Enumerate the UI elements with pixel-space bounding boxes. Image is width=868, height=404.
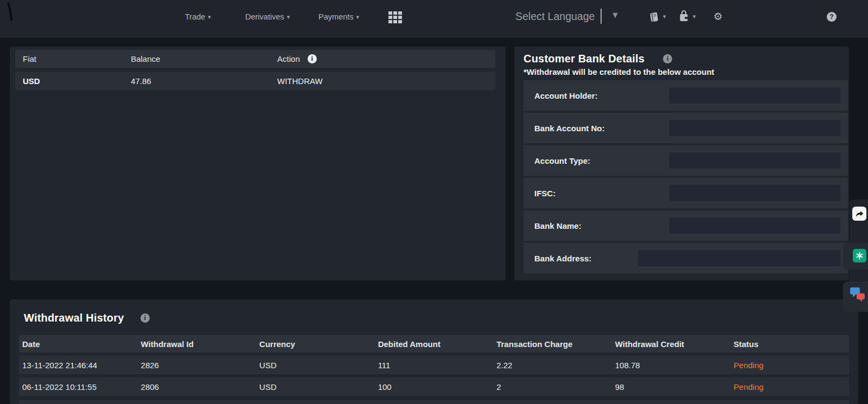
divider [601,9,602,24]
section-title: Withdrawal History [24,312,124,324]
nav-item-label: Derivatives [245,12,284,21]
wallet-lock-icon[interactable] [678,9,690,23]
page-title: Customer Bank Details [524,53,644,65]
fiat-balance-panel: Fiat Balance Action i USD 47.86 WITHDRAW [10,47,506,280]
table-row: 06-11-2022 10:11:55 2806 USD 100 2 98 Pe… [19,377,849,396]
currency-cell: USD [256,382,375,392]
info-icon[interactable]: i [141,313,150,323]
date-cell: 06-11-2022 10:11:55 [19,382,138,392]
history-table-header: Date Withdrawal Id Currency Debited Amou… [19,335,849,352]
field-bank-name: Bank Name: [524,210,848,241]
field-bank-account-no: Bank Account No: [524,113,848,143]
chevron-down-icon[interactable]: ▾ [663,14,666,20]
debited-amount-cell: 100 [375,382,494,392]
chevron-down-icon: ▾ [208,14,211,20]
field-label: Bank Name: [534,221,582,230]
table-row: USD 47.86 WITHDRAW [15,72,495,90]
col-header-status: Status [730,339,849,349]
orders-book-icon[interactable] [648,11,660,23]
fiat-currency-cell: USD [15,76,123,86]
account-holder-value [669,87,840,104]
gear-icon[interactable]: ⚙ [713,10,723,23]
withdrawal-history-table: Date Withdrawal Id Currency Debited Amou… [19,335,849,396]
chevron-down-icon[interactable]: ▾ [693,14,696,20]
col-header-withdrawal-credit: Withdrawal Credit [612,339,731,349]
chevron-down-icon: ▾ [356,14,359,20]
col-header-debited-amount: Debited Amount [375,339,494,349]
field-label: Account Holder: [534,91,598,100]
withdrawal-credit-cell: 108.78 [612,361,731,370]
logo-mark [5,2,15,24]
nav-item-label: Trade [185,12,205,21]
field-label: Account Type: [534,156,590,165]
status-badge: Pending [730,361,849,370]
field-ifsc: IFSC: [524,178,848,208]
withdrawal-credit-note: *Withdrawal will be credited to the belo… [524,67,848,76]
fiat-table: Fiat Balance Action i USD 47.86 WITHDRAW [15,50,495,90]
nav-item-payments[interactable]: Payments ▾ [318,12,359,21]
withdraw-button[interactable]: WITHDRAW [277,76,323,86]
status-badge: Pending [730,382,849,392]
chatgpt-icon[interactable] [853,249,866,262]
col-header-withdrawal-id: Withdrawal Id [138,339,257,349]
withdrawal-id-cell: 2806 [138,382,257,392]
col-header-action: Action i [270,54,495,63]
bank-address-value [638,250,840,266]
table-row-partial [19,400,849,404]
nav-item-derivatives[interactable]: Derivatives ▾ [245,12,290,21]
nav-item-label: Payments [318,12,353,21]
account-type-value [669,152,840,169]
withdrawal-id-cell: 2826 [138,361,257,370]
withdrawal-credit-cell: 98 [612,382,731,392]
chat-bubbles-icon[interactable] [849,286,866,304]
chevron-down-icon: ▾ [287,14,290,20]
apps-grid-icon[interactable] [388,11,402,23]
bank-account-no-value [669,120,840,136]
transaction-charge-cell: 2.22 [493,361,612,370]
bank-detail-fields: Account Holder: Bank Account No: Account… [524,80,848,273]
withdrawal-history-panel: Withdrawal History i Date Withdrawal Id … [10,299,858,404]
nav-item-trade[interactable]: Trade ▾ [185,12,211,21]
col-header-date: Date [19,339,138,349]
share-arrow-icon [855,209,864,219]
transaction-charge-cell: 2 [493,382,612,392]
customer-bank-details-panel: Customer Bank Details i *Withdrawal will… [514,47,849,280]
field-label: Bank Account No: [534,124,604,133]
col-header-fiat: Fiat [15,54,123,63]
field-bank-address: Bank Address: [524,243,848,273]
col-header-transaction-charge: Transaction Charge [493,339,612,349]
col-header-currency: Currency [256,339,375,349]
select-language-button[interactable]: Select Language [515,10,595,23]
date-cell: 13-11-2022 21:46:44 [19,361,138,370]
fiat-table-header: Fiat Balance Action i [15,50,495,68]
info-icon[interactable]: i [308,54,317,63]
bank-name-value [669,217,840,234]
info-icon[interactable]: i [663,54,672,63]
field-label: Bank Address: [534,254,591,263]
field-account-holder: Account Holder: [524,80,848,111]
field-label: IFSC: [534,189,556,198]
table-row: 13-11-2022 21:46:44 2826 USD 111 2.22 10… [19,356,849,374]
language-dropdown-icon[interactable]: ▼ [611,10,620,20]
help-icon[interactable]: ? [827,12,837,22]
col-header-balance: Balance [123,54,270,63]
ifsc-value [669,185,840,201]
field-account-type: Account Type: [524,145,848,176]
debited-amount-cell: 111 [375,361,494,370]
share-extension-button[interactable] [852,207,866,221]
col-header-action-label: Action [277,54,300,63]
fiat-balance-cell: 47.86 [123,76,270,86]
top-navigation-bar: Trade ▾ Derivatives ▾ Payments ▾ Select … [0,0,868,37]
currency-cell: USD [256,361,375,370]
